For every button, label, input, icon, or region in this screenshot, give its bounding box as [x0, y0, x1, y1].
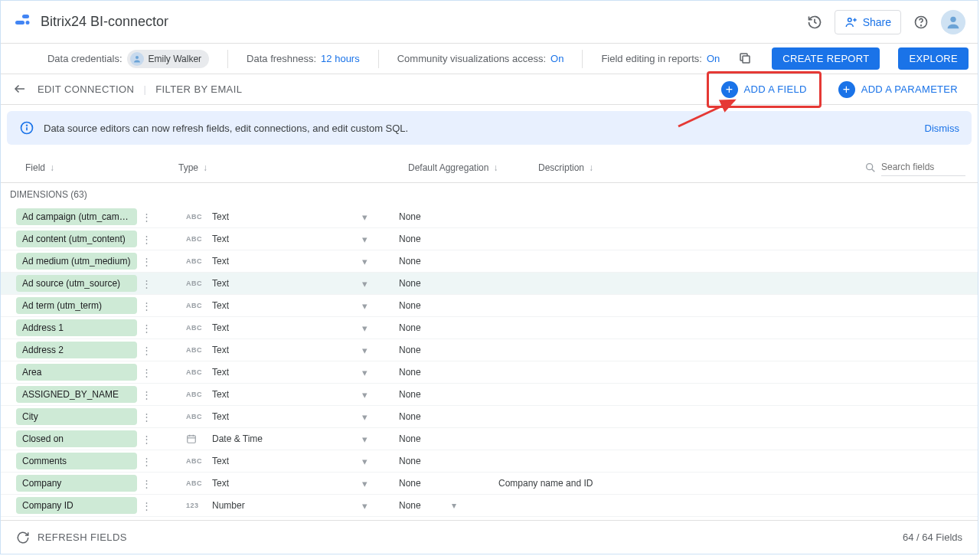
type-dropdown-icon[interactable]: ▾ [362, 322, 376, 334]
add-parameter-button[interactable]: + ADD A PARAMETER [831, 77, 965, 103]
aggregation-cell[interactable]: None [376, 322, 483, 333]
field-row[interactable]: Ad source (utm_source)⋮ABCText▾None [1, 273, 978, 295]
field-row[interactable]: Ad campaign (utm_camp...⋮ABCText▾None [1, 206, 978, 228]
type-cell[interactable]: ABCText [155, 411, 362, 422]
share-button[interactable]: Share [835, 10, 901, 34]
type-dropdown-icon[interactable]: ▾ [362, 300, 376, 312]
field-row[interactable]: Address 2⋮ABCText▾None [1, 339, 978, 361]
aggregation-cell[interactable]: None [376, 278, 483, 289]
row-menu-icon[interactable]: ⋮ [137, 234, 155, 245]
field-name-chip[interactable]: Ad campaign (utm_camp... [16, 208, 137, 225]
field-row[interactable]: Ad medium (utm_medium)⋮ABCText▾None [1, 250, 978, 273]
aggregation-cell[interactable]: None [376, 389, 483, 400]
community-viz-access[interactable]: Community visualizations access: On [397, 53, 564, 64]
type-dropdown-icon[interactable]: ▾ [362, 234, 376, 245]
type-cell[interactable]: ABCText [155, 367, 362, 378]
field-row[interactable]: Ad content (utm_content)⋮ABCText▾None [1, 228, 978, 250]
aggregation-cell[interactable]: None [376, 300, 483, 311]
field-editing[interactable]: Field editing in reports: On [601, 53, 720, 64]
crumb-edit-connection[interactable]: EDIT CONNECTION [38, 83, 134, 95]
col-agg[interactable]: Default Aggregation↓ [408, 162, 538, 173]
field-name-chip[interactable]: City [16, 408, 137, 425]
dismiss-button[interactable]: Dismiss [925, 123, 960, 134]
field-row[interactable]: Ad term (utm_term)⋮ABCText▾None [1, 295, 978, 317]
row-menu-icon[interactable]: ⋮ [137, 322, 155, 334]
type-dropdown-icon[interactable]: ▾ [362, 456, 376, 467]
type-dropdown-icon[interactable]: ▾ [362, 433, 376, 445]
row-menu-icon[interactable]: ⋮ [137, 345, 155, 356]
type-dropdown-icon[interactable]: ▾ [362, 256, 376, 267]
type-dropdown-icon[interactable]: ▾ [362, 389, 376, 401]
history-icon[interactable] [805, 13, 824, 31]
row-menu-icon[interactable]: ⋮ [137, 256, 155, 267]
type-cell[interactable]: ABCText [155, 322, 362, 333]
back-arrow-icon[interactable] [13, 82, 28, 97]
explore-button[interactable]: EXPLORE [898, 47, 969, 70]
aggregation-cell[interactable]: None [376, 433, 483, 444]
type-cell[interactable]: ABCText [155, 234, 362, 244]
field-name-chip[interactable]: Ad content (utm_content) [16, 231, 137, 247]
type-dropdown-icon[interactable]: ▾ [362, 367, 376, 378]
field-row[interactable]: Comments⋮ABCText▾None [1, 450, 978, 473]
type-cell[interactable]: ABCText [155, 211, 362, 222]
field-name-chip[interactable]: Company [16, 475, 137, 492]
field-row[interactable]: ASSIGNED_BY_NAME⋮ABCText▾None [1, 384, 978, 406]
type-dropdown-icon[interactable]: ▾ [362, 411, 376, 423]
col-field[interactable]: Field↓ [25, 162, 178, 173]
type-cell[interactable]: ABCText [155, 456, 362, 466]
field-row[interactable]: Area⋮ABCText▾None [1, 361, 978, 384]
type-cell[interactable]: ABCText [155, 389, 362, 400]
aggregation-cell[interactable]: None [376, 211, 483, 222]
aggregation-cell[interactable]: None [376, 256, 483, 267]
row-menu-icon[interactable]: ⋮ [137, 411, 155, 423]
row-menu-icon[interactable]: ⋮ [137, 211, 155, 223]
field-name-chip[interactable]: Ad term (utm_term) [16, 297, 137, 314]
agg-dropdown-icon[interactable]: ▾ [452, 500, 456, 511]
aggregation-cell[interactable]: None▾ [376, 500, 483, 511]
type-dropdown-icon[interactable]: ▾ [362, 211, 376, 223]
aggregation-cell[interactable]: None [376, 411, 483, 422]
aggregation-cell[interactable]: None [376, 478, 483, 489]
field-row[interactable]: Address 1⋮ABCText▾None [1, 317, 978, 339]
help-icon[interactable] [912, 13, 930, 31]
copy-icon[interactable] [738, 51, 753, 67]
row-menu-icon[interactable]: ⋮ [137, 478, 155, 489]
field-name-chip[interactable]: Comments [16, 453, 137, 469]
aggregation-cell[interactable]: None [376, 456, 483, 466]
field-name-chip[interactable]: Company ID [16, 497, 137, 514]
row-menu-icon[interactable]: ⋮ [137, 367, 155, 378]
row-menu-icon[interactable]: ⋮ [137, 500, 155, 512]
aggregation-cell[interactable]: None [376, 367, 483, 378]
field-name-chip[interactable]: Ad medium (utm_medium) [16, 253, 137, 270]
type-cell[interactable]: ABCText [155, 478, 362, 489]
refresh-fields-button[interactable]: REFRESH FIELDS [16, 531, 127, 545]
field-row[interactable]: City⋮ABCText▾None [1, 406, 978, 428]
type-cell[interactable]: ABCText [155, 256, 362, 267]
row-menu-icon[interactable]: ⋮ [137, 278, 155, 289]
field-row[interactable]: Company name⋮ABCText▾None [1, 517, 978, 518]
type-dropdown-icon[interactable]: ▾ [362, 345, 376, 356]
type-dropdown-icon[interactable]: ▾ [362, 500, 376, 512]
type-cell[interactable]: ABCText [155, 345, 362, 355]
description-cell[interactable]: Company name and ID [483, 478, 978, 489]
field-name-chip[interactable]: Closed on [16, 430, 137, 447]
field-name-chip[interactable]: ASSIGNED_BY_NAME [16, 386, 137, 403]
search-fields-input[interactable] [881, 159, 965, 176]
row-menu-icon[interactable]: ⋮ [137, 433, 155, 445]
type-cell[interactable]: ABCText [155, 300, 362, 311]
type-dropdown-icon[interactable]: ▾ [362, 478, 376, 489]
aggregation-cell[interactable]: None [376, 234, 483, 244]
type-cell[interactable]: Date & Time [155, 433, 362, 444]
col-desc[interactable]: Description↓ [538, 162, 864, 173]
aggregation-cell[interactable]: None [376, 345, 483, 355]
row-menu-icon[interactable]: ⋮ [137, 389, 155, 401]
field-name-chip[interactable]: Area [16, 364, 137, 381]
row-menu-icon[interactable]: ⋮ [137, 456, 155, 467]
field-name-chip[interactable]: Ad source (utm_source) [16, 275, 137, 292]
field-name-chip[interactable]: Address 2 [16, 342, 137, 358]
type-cell[interactable]: 123Number [155, 500, 362, 511]
data-freshness[interactable]: Data freshness: 12 hours [247, 53, 360, 64]
field-row[interactable]: Company ID⋮123Number▾None▾ [1, 495, 978, 517]
field-row[interactable]: Company⋮ABCText▾NoneCompany name and ID [1, 473, 978, 495]
add-field-button[interactable]: + ADD A FIELD [714, 77, 815, 103]
